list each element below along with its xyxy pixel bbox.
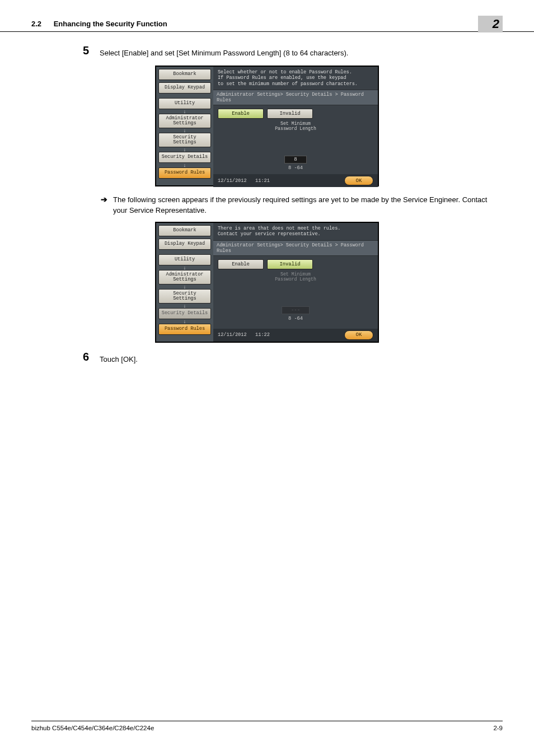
display-keypad-button[interactable]: Display Keypad bbox=[158, 82, 211, 94]
down-arrow-icon: ↓ bbox=[183, 266, 186, 269]
page-header: 2.2 Enhancing the Security Function 2 bbox=[0, 0, 534, 32]
step-number: 6 bbox=[83, 351, 100, 363]
chapter-badge: 2 bbox=[478, 16, 503, 32]
note-text: The following screen appears if the prev… bbox=[113, 194, 503, 216]
panel-sidebar: Bookmark Display Keypad Utility ↓ Admini… bbox=[156, 223, 213, 342]
ok-button[interactable]: OK bbox=[344, 176, 373, 185]
datetime: 12/11/2012 11:22 bbox=[218, 332, 270, 338]
panel-message: There is area that does not meet the rul… bbox=[213, 223, 378, 240]
mfp-panel-screenshot-2: Bookmark Display Keypad Utility ↓ Admini… bbox=[155, 222, 379, 343]
display-keypad-button[interactable]: Display Keypad bbox=[158, 239, 211, 250]
utility-button[interactable]: Utility bbox=[158, 98, 211, 109]
security-settings-button[interactable]: Security Settings bbox=[158, 289, 211, 304]
step-number: 5 bbox=[83, 44, 100, 57]
password-rules-button[interactable]: Password Rules bbox=[158, 324, 211, 335]
breadcrumb: Administrator Settings> Security Details… bbox=[213, 90, 378, 105]
down-arrow-icon: ↓ bbox=[183, 110, 186, 113]
down-arrow-icon: ↓ bbox=[183, 148, 186, 151]
section-title: Enhancing the Security Function bbox=[54, 20, 167, 28]
security-details-button[interactable]: Security Details bbox=[158, 308, 211, 319]
panel-sidebar: Bookmark Display Keypad Utility ↓ Admini… bbox=[156, 67, 213, 185]
range-text: 8 -64 bbox=[218, 316, 373, 321]
note-bullet: ➔ The following screen appears if the pr… bbox=[101, 194, 503, 216]
down-arrow-icon: ↓ bbox=[183, 320, 186, 323]
bookmark-button[interactable]: Bookmark bbox=[158, 225, 211, 236]
date: 12/11/2012 bbox=[218, 332, 247, 338]
min-password-length-label: Set Minimum Password Length bbox=[218, 272, 373, 282]
section-number: 2.2 bbox=[31, 20, 41, 28]
breadcrumb: Administrator Settings> Security Details… bbox=[213, 240, 378, 256]
step-6: 6 Touch [OK]. bbox=[83, 351, 503, 365]
ok-button[interactable]: OK bbox=[344, 330, 373, 340]
time: 11:21 bbox=[255, 178, 270, 184]
min-password-length-value[interactable]: 8 bbox=[284, 156, 306, 164]
invalid-tab[interactable]: Invalid bbox=[267, 259, 313, 269]
down-arrow-icon: ↓ bbox=[183, 129, 186, 132]
password-rules-button[interactable]: Password Rules bbox=[158, 167, 211, 179]
min-password-length-label: Set Minimum Password Length bbox=[218, 121, 373, 131]
page-content: 5 Select [Enable] and set [Set Minimum P… bbox=[0, 33, 534, 365]
down-arrow-icon: ↓ bbox=[183, 164, 186, 167]
enable-tab[interactable]: Enable bbox=[218, 109, 264, 119]
security-details-button[interactable]: Security Details bbox=[158, 152, 211, 163]
security-settings-button[interactable]: Security Settings bbox=[158, 133, 211, 147]
invalid-tab[interactable]: Invalid bbox=[267, 109, 313, 119]
datetime: 12/11/2012 11:21 bbox=[218, 178, 270, 184]
section-heading: 2.2 Enhancing the Security Function bbox=[31, 20, 167, 31]
enable-tab[interactable]: Enable bbox=[218, 259, 264, 269]
page-number: 2-9 bbox=[493, 725, 503, 731]
arrow-right-icon: ➔ bbox=[101, 194, 107, 204]
down-arrow-icon: ↓ bbox=[183, 304, 186, 307]
step-text: Select [Enable] and set [Set Minimum Pas… bbox=[100, 44, 348, 59]
utility-button[interactable]: Utility bbox=[158, 254, 211, 265]
admin-settings-button[interactable]: Administrator Settings bbox=[158, 114, 211, 128]
min-password-length-value: --- bbox=[282, 306, 310, 314]
mfp-panel-screenshot-1: Bookmark Display Keypad Utility ↓ Admini… bbox=[155, 66, 379, 186]
model-name: bizhub C554e/C454e/C364e/C284e/C224e bbox=[31, 725, 154, 731]
step-text: Touch [OK]. bbox=[100, 351, 138, 365]
page-footer: bizhub C554e/C454e/C364e/C284e/C224e 2-9 bbox=[31, 721, 503, 731]
time: 11:22 bbox=[255, 332, 270, 338]
down-arrow-icon: ↓ bbox=[183, 285, 186, 288]
date: 12/11/2012 bbox=[218, 178, 247, 184]
range-text: 8 -64 bbox=[218, 165, 373, 171]
step-5: 5 Select [Enable] and set [Set Minimum P… bbox=[83, 44, 503, 59]
bookmark-button[interactable]: Bookmark bbox=[158, 69, 211, 80]
panel-message: Select whether or not to enable Password… bbox=[213, 67, 378, 90]
admin-settings-button[interactable]: Administrator Settings bbox=[158, 270, 211, 284]
